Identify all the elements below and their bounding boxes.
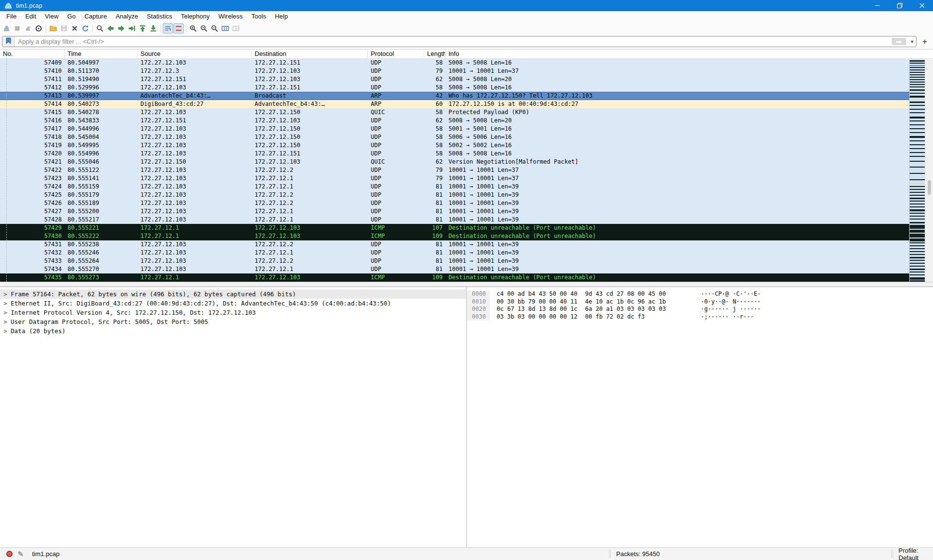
detail-text: Data (20 bytes): [11, 326, 66, 336]
menu-item-capture[interactable]: Capture: [80, 12, 111, 21]
expand-chevron-icon[interactable]: >: [0, 299, 11, 308]
minimap-stripe: [910, 109, 925, 110]
packet-row[interactable]: 5741680.543833172.27.12.151172.27.12.103…: [0, 117, 909, 125]
find-packet-button[interactable]: [95, 23, 105, 34]
packet-row[interactable]: 5741380.539997AdvantechTec_b4:43:…Broadc…: [0, 92, 909, 100]
display-filter-input[interactable]: [15, 36, 892, 47]
packet-row[interactable]: 5741580.540278172.27.12.103172.27.12.150…: [0, 108, 909, 117]
menu-item-analyze[interactable]: Analyze: [111, 12, 142, 21]
expand-chevron-icon[interactable]: >: [0, 308, 11, 317]
go-last-button[interactable]: [148, 23, 158, 34]
close-icon[interactable]: [911, 0, 933, 11]
zoom-normal-button[interactable]: [209, 23, 220, 34]
go-back-button[interactable]: [105, 23, 116, 34]
packet-row[interactable]: 5742380.555141172.27.12.103172.27.12.1UD…: [0, 174, 909, 183]
column-header-destination[interactable]: Destination: [252, 50, 368, 58]
packet-row[interactable]: 5742480.555159172.27.12.103172.27.12.1UD…: [0, 183, 909, 191]
packet-row[interactable]: 5741780.544996172.27.12.103172.27.12.150…: [0, 125, 909, 133]
menu-item-edit[interactable]: Edit: [21, 12, 40, 21]
menu-item-wireless[interactable]: Wireless: [214, 12, 247, 21]
detail-tree-row[interactable]: >User Datagram Protocol, Src Port: 5005,…: [0, 317, 466, 326]
packet-row[interactable]: 5743380.555264172.27.12.103172.27.12.2UD…: [0, 257, 909, 265]
menu-item-help[interactable]: Help: [271, 12, 293, 21]
filter-bookmark-button[interactable]: [2, 36, 15, 47]
hex-row[interactable]: 0000c4 00 ad b4 43 50 00 409d 43 cd 27 0…: [467, 290, 933, 298]
packet-row[interactable]: 5743080.555222172.27.12.1172.27.12.103IC…: [0, 232, 909, 240]
auto-scroll-button[interactable]: [163, 23, 173, 34]
detail-tree-row[interactable]: >Internet Protocol Version 4, Src: 172.2…: [0, 308, 466, 317]
column-header-no[interactable]: No.: [0, 50, 65, 58]
go-forward-button[interactable]: [116, 23, 126, 34]
expand-chevron-icon[interactable]: >: [0, 317, 11, 326]
restart-capture-button[interactable]: [23, 23, 33, 34]
packet-row[interactable]: 5742680.555189172.27.12.103172.27.12.2UD…: [0, 199, 909, 207]
add-filter-button[interactable]: +: [918, 36, 931, 47]
horizontal-splitter[interactable]: [0, 282, 933, 287]
capture-options-button[interactable]: [34, 23, 44, 34]
packet-row[interactable]: 5741980.549995172.27.12.103172.27.12.150…: [0, 141, 909, 150]
packet-row[interactable]: 5743280.555246172.27.12.103172.27.12.1UD…: [0, 249, 909, 257]
reload-file-button[interactable]: [80, 23, 90, 34]
menu-item-go[interactable]: Go: [63, 12, 80, 21]
stop-capture-button[interactable]: [12, 23, 22, 34]
filter-apply-button[interactable]: [892, 38, 906, 45]
packet-row[interactable]: 5741180.519490172.27.12.151172.27.12.103…: [0, 75, 909, 84]
intelligent-scrollbar-minimap[interactable]: [909, 59, 925, 282]
packet-row[interactable]: 5740980.504997172.27.12.103172.27.12.151…: [0, 59, 909, 67]
menu-item-tools[interactable]: Tools: [247, 12, 270, 21]
reset-layout-button[interactable]: [231, 23, 241, 34]
packet-row[interactable]: 5741480.540273DigiBoard_43:cd:27Advantec…: [0, 100, 909, 108]
cell-source: 172.27.12.150: [138, 158, 252, 166]
menu-item-statistics[interactable]: Statistics: [142, 12, 176, 21]
colorize-button[interactable]: [173, 23, 184, 34]
menu-item-view[interactable]: View: [40, 12, 63, 21]
open-file-button[interactable]: [48, 23, 58, 34]
cell-source: 172.27.12.1: [138, 273, 252, 282]
minimize-icon[interactable]: [866, 0, 888, 11]
detail-tree-row[interactable]: >Frame 57164: Packet, 62 bytes on wire (…: [0, 289, 466, 299]
hex-row[interactable]: 001000 30 bb 79 00 00 40 114e 10 ac 1b 0…: [467, 298, 933, 306]
packet-row[interactable]: 5742880.555217172.27.12.103172.27.12.1UD…: [0, 216, 909, 224]
column-header-time[interactable]: Time: [65, 50, 138, 58]
column-header-source[interactable]: Source: [138, 50, 252, 58]
detail-tree-row[interactable]: >Ethernet II, Src: DigiBoard_43:cd:27 (0…: [0, 299, 466, 308]
restore-icon[interactable]: [888, 0, 911, 11]
hex-row[interactable]: 00200c 67 13 8d 13 8d 00 1c6a 20 a1 03 0…: [467, 305, 933, 313]
column-header-info[interactable]: Info: [446, 50, 925, 58]
detail-tree-row[interactable]: >Data (20 bytes): [0, 326, 466, 336]
expand-chevron-icon[interactable]: >: [0, 326, 11, 336]
cell-protocol: UDP: [368, 191, 424, 199]
zoom-out-button[interactable]: [199, 23, 209, 34]
packet-row[interactable]: 5741080.511370172.27.12.3172.27.12.103UD…: [0, 67, 909, 75]
packet-row[interactable]: 5742780.555200172.27.12.103172.27.12.1UD…: [0, 207, 909, 216]
column-header-protocol[interactable]: Protocol: [368, 50, 424, 58]
menu-item-file[interactable]: File: [2, 12, 21, 21]
expand-chevron-icon[interactable]: >: [0, 289, 11, 299]
column-header-length[interactable]: Length: [424, 50, 446, 58]
packet-row[interactable]: 5741880.545004172.27.12.103172.27.12.150…: [0, 133, 909, 141]
zoom-in-button[interactable]: [188, 23, 198, 34]
packet-row[interactable]: 5742080.554996172.27.12.103172.27.12.151…: [0, 150, 909, 158]
packet-row[interactable]: 5742280.555122172.27.12.103172.27.12.2UD…: [0, 166, 909, 174]
status-profile[interactable]: Profile: Default: [898, 548, 933, 560]
packet-row[interactable]: 5743480.555270172.27.12.103172.27.12.1UD…: [0, 265, 909, 273]
packet-list-scrollbar[interactable]: [925, 59, 933, 282]
go-to-packet-button[interactable]: [127, 23, 137, 34]
packet-row[interactable]: 5742980.555221172.27.12.1172.27.12.103IC…: [0, 224, 909, 232]
start-capture-button[interactable]: [1, 23, 12, 34]
packet-row[interactable]: 5742180.555046172.27.12.150172.27.12.103…: [0, 158, 909, 166]
close-file-button[interactable]: [69, 23, 80, 34]
go-first-button[interactable]: [138, 23, 148, 34]
packet-row[interactable]: 5741280.529996172.27.12.103172.27.12.151…: [0, 84, 909, 92]
packet-row[interactable]: 5743180.555238172.27.12.103172.27.12.2UD…: [0, 240, 909, 249]
resize-columns-button[interactable]: [220, 23, 230, 34]
hex-row[interactable]: 003003 3b 03 00 00 00 00 1200 fb 72 02 d…: [467, 313, 933, 321]
packet-row[interactable]: 5742580.555179172.27.12.103172.27.12.2UD…: [0, 191, 909, 199]
capture-comment-icon[interactable]: ✎: [17, 548, 24, 560]
filter-history-dropdown[interactable]: ▼: [908, 36, 916, 47]
expert-info-icon[interactable]: [6, 548, 13, 560]
save-file-button[interactable]: [59, 23, 69, 34]
menu-item-telephony[interactable]: Telephony: [176, 12, 214, 21]
scrollbar-thumb[interactable]: [928, 180, 931, 195]
packet-row[interactable]: 5743580.555273172.27.12.1172.27.12.103IC…: [0, 273, 909, 282]
